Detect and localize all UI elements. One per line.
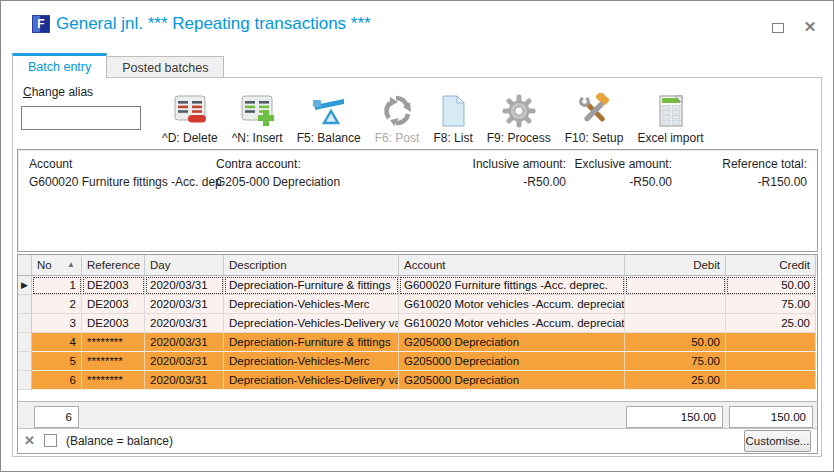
cell-day[interactable]: 2020/03/31 <box>145 371 224 390</box>
row-selector <box>18 333 32 352</box>
setup-button[interactable]: F10: Setup <box>560 90 629 147</box>
post-button: F6: Post <box>370 90 425 147</box>
cell-reference[interactable]: ******** <box>82 333 145 352</box>
account-label: Account <box>29 157 222 171</box>
excel-import-label: Excel import <box>637 131 703 145</box>
cell-description[interactable]: Depreciation-Vehicles-Delivery van <box>224 371 399 390</box>
cell-reference[interactable]: ******** <box>82 352 145 371</box>
cell-account[interactable]: G205000 Depreciation <box>399 352 625 371</box>
reference-total-label: Reference total: <box>722 157 807 171</box>
inclusive-amount-label: Inclusive amount: <box>473 157 566 171</box>
cell-credit[interactable]: 25.00 <box>726 314 816 333</box>
setup-label: F10: Setup <box>565 131 624 145</box>
summary-reference-total: Reference total: -R150.00 <box>722 157 807 189</box>
cell-account[interactable]: G610020 Motor vehicles -Accum. depreciat… <box>399 295 625 314</box>
post-recycle-icon <box>378 91 416 131</box>
cell-description[interactable]: Depreciation-Furniture & fittings <box>224 333 399 352</box>
error-x-icon: ✕ <box>24 433 35 448</box>
table-row[interactable]: 5 ******** 2020/03/31 Depreciation-Vehic… <box>18 352 817 371</box>
table-row[interactable]: 2 DE2003 2020/03/31 Depreciation-Vehicle… <box>18 295 817 314</box>
close-button[interactable]: ✕ <box>797 16 823 38</box>
row-selector-header <box>18 255 32 276</box>
cell-no[interactable]: 5 <box>32 352 82 371</box>
cell-reference[interactable]: ******** <box>82 371 145 390</box>
column-header-debit[interactable]: Debit <box>625 255 726 276</box>
table-row[interactable]: 6 ******** 2020/03/31 Depreciation-Vehic… <box>18 371 817 390</box>
insert-table-icon <box>238 91 276 131</box>
setup-tools-icon <box>575 91 613 131</box>
cell-debit[interactable]: 25.00 <box>625 371 726 390</box>
cell-account[interactable]: G205000 Depreciation <box>399 333 625 352</box>
cell-description[interactable]: Depreciation-Vehicles-Delivery van <box>224 314 399 333</box>
debit-total-box: 150.00 <box>626 406 723 428</box>
balance-status-text: (Balance = balance) <box>66 434 173 448</box>
balance-button[interactable]: F5: Balance <box>292 90 366 147</box>
cell-debit[interactable]: 75.00 <box>625 352 726 371</box>
cell-day[interactable]: 2020/03/31 <box>145 333 224 352</box>
summary-inclusive-amount: Inclusive amount: -R50.00 <box>473 157 566 189</box>
restore-button[interactable] <box>765 18 791 38</box>
close-icon: ✕ <box>804 18 817 36</box>
cell-account[interactable]: G610020 Motor vehicles -Accum. depreciat… <box>399 314 625 333</box>
column-header-reference[interactable]: Reference <box>82 255 145 276</box>
cell-reference[interactable]: DE2003 <box>82 314 145 333</box>
list-button[interactable]: F8: List <box>428 90 477 147</box>
column-header-day[interactable]: Day <box>145 255 224 276</box>
current-row-arrow-icon: ▶ <box>18 276 32 295</box>
cell-credit[interactable]: 75.00 <box>726 295 816 314</box>
change-alias-label: Change alias <box>23 85 147 99</box>
cell-day[interactable]: 2020/03/31 <box>145 295 224 314</box>
sort-ascending-icon: ▲ <box>67 255 75 275</box>
cell-day[interactable]: 2020/03/31 <box>145 352 224 371</box>
cell-debit[interactable] <box>625 295 726 314</box>
cell-description[interactable]: Depreciation-Furniture & fittings <box>224 276 399 295</box>
cell-no[interactable]: 4 <box>32 333 82 352</box>
balance-checkbox[interactable] <box>44 434 57 447</box>
restore-icon <box>772 23 784 33</box>
insert-button[interactable]: ^N: Insert <box>227 90 288 147</box>
table-row[interactable]: 4 ******** 2020/03/31 Depreciation-Furni… <box>18 333 817 352</box>
customise-button[interactable]: Customise... <box>744 430 811 452</box>
cell-account[interactable]: G600020 Furniture fittings -Acc. deprec. <box>399 276 625 295</box>
row-selector <box>18 371 32 390</box>
cell-credit[interactable] <box>726 352 816 371</box>
change-alias-input[interactable] <box>21 106 141 130</box>
cell-debit[interactable]: 50.00 <box>625 333 726 352</box>
table-row[interactable]: 3 DE2003 2020/03/31 Depreciation-Vehicle… <box>18 314 817 333</box>
tab-posted-batches[interactable]: Posted batches <box>107 56 224 78</box>
cell-reference[interactable]: DE2003 <box>82 295 145 314</box>
cell-reference[interactable]: DE2003 <box>82 276 145 295</box>
process-label: F9: Process <box>487 131 551 145</box>
cell-description[interactable]: Depreciation-Vehicles-Merc <box>224 295 399 314</box>
cell-account[interactable]: G205000 Depreciation <box>399 371 625 390</box>
column-header-account[interactable]: Account <box>399 255 625 276</box>
cell-no[interactable]: 6 <box>32 371 82 390</box>
cell-description[interactable]: Depreciation-Vehicles-Merc <box>224 352 399 371</box>
credit-total-box: 150.00 <box>729 406 813 428</box>
cell-debit[interactable] <box>625 276 726 295</box>
cell-day[interactable]: 2020/03/31 <box>145 276 224 295</box>
cell-credit[interactable] <box>726 333 816 352</box>
transactions-grid: No ▲ Reference Day Description Account D… <box>17 254 818 454</box>
cell-no[interactable]: 2 <box>32 295 82 314</box>
balance-scale-icon <box>310 91 348 131</box>
inclusive-amount-value: -R50.00 <box>473 175 566 189</box>
cell-debit[interactable] <box>625 314 726 333</box>
cell-no[interactable]: 1 <box>32 276 82 295</box>
cell-credit[interactable] <box>726 371 816 390</box>
cell-no[interactable]: 3 <box>32 314 82 333</box>
row-selector <box>18 352 32 371</box>
excel-import-button[interactable]: Excel import <box>632 90 708 147</box>
cell-credit[interactable]: 50.00 <box>726 276 816 295</box>
process-button[interactable]: F9: Process <box>482 90 556 147</box>
column-header-no[interactable]: No ▲ <box>32 255 82 276</box>
cell-day[interactable]: 2020/03/31 <box>145 314 224 333</box>
delete-button[interactable]: ^D: Delete <box>157 90 223 147</box>
excel-import-icon <box>652 91 690 131</box>
column-header-description[interactable]: Description <box>224 255 399 276</box>
title-bar: F General jnl. *** Repeating transaction… <box>1 1 833 53</box>
tab-batch-entry[interactable]: Batch entry <box>12 53 107 78</box>
row-count-box: 6 <box>34 406 79 428</box>
column-header-credit[interactable]: Credit <box>726 255 816 276</box>
table-row[interactable]: ▶ 1 DE2003 2020/03/31 Depreciation-Furni… <box>18 276 817 295</box>
